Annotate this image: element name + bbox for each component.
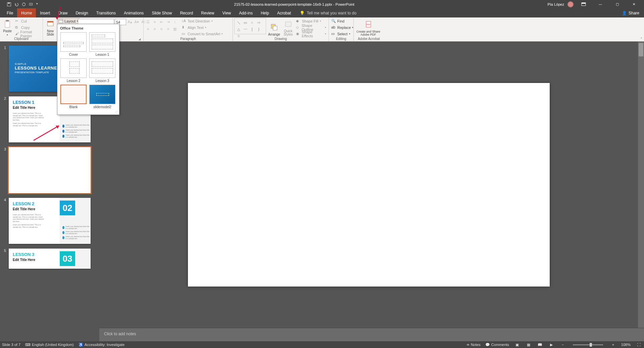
convert-smartart-button[interactable]: ▭Convert to SmartArt▾ — [181, 31, 224, 37]
align-right-icon[interactable]: ≡ — [158, 26, 164, 32]
find-button[interactable]: 🔍Find — [330, 18, 354, 24]
start-from-beginning-icon[interactable] — [29, 2, 34, 7]
zoom-out-icon[interactable]: − — [559, 342, 566, 347]
fit-to-window-icon[interactable]: ⛶ — [635, 342, 642, 347]
shape-rect-icon[interactable]: ▭ — [242, 19, 248, 26]
notes-pane[interactable]: Click to add notes — [99, 328, 644, 341]
select-button[interactable]: ▭Select▾ — [330, 31, 354, 37]
layout-option-blank[interactable]: Blank — [60, 85, 87, 109]
shape-arrow-icon[interactable]: ⇨ — [256, 19, 262, 26]
create-share-pdf-button[interactable]: PDF Create and Share Adobe PDF — [355, 18, 382, 37]
tab-acrobat[interactable]: Acrobat — [273, 8, 295, 17]
notes-toggle[interactable]: ≐Notes — [466, 343, 481, 347]
tab-animations[interactable]: Animations — [120, 8, 148, 17]
tab-insert[interactable]: Insert — [36, 8, 54, 17]
paste-button[interactable]: Paste ▾ — [1, 18, 13, 37]
svg-line-19 — [34, 126, 59, 140]
cut-button[interactable]: ✂Cut — [14, 18, 41, 24]
bullets-icon[interactable]: ☰ — [145, 19, 151, 25]
text-direction-icon: ↕A — [182, 19, 186, 24]
language-status[interactable]: ⌨English (United Kingdom) — [25, 343, 74, 347]
new-slide-button[interactable]: New Slide — [44, 18, 56, 37]
format-painter-button[interactable]: 🖌Format Painter — [14, 31, 41, 37]
document-title: 21575-02-lessons-learned-powerpoint-temp… — [41, 2, 547, 6]
tab-view[interactable]: View — [218, 8, 235, 17]
slideshow-view-icon[interactable]: ▶ — [548, 342, 555, 347]
tab-review[interactable]: Review — [197, 8, 218, 17]
numbering-icon[interactable]: ≡ — [152, 19, 158, 25]
vertical-scrollbar[interactable] — [638, 42, 644, 328]
qat-more-icon[interactable]: ▾ — [36, 2, 41, 7]
increase-font-icon[interactable]: A▴ — [127, 19, 133, 25]
shape-triangle-icon[interactable]: △ — [236, 26, 242, 32]
quick-styles-icon — [284, 19, 293, 29]
zoom-in-icon[interactable]: + — [610, 342, 616, 347]
tab-addins[interactable]: Add-ins — [235, 8, 257, 17]
collapse-ribbon-icon[interactable]: ⌃ — [640, 37, 643, 41]
undo-icon[interactable] — [14, 2, 19, 7]
maximize-button[interactable]: ▢ — [610, 0, 624, 8]
scrollbar-thumb[interactable] — [639, 43, 643, 56]
slide-thumb-3[interactable] — [9, 147, 91, 193]
shape-brace-icon[interactable]: { — [249, 26, 255, 32]
slide-thumb-4[interactable]: LESSON 2 Edit Title Here Insert your des… — [9, 198, 91, 244]
shape-effects-button[interactable]: ◉Shape Effects▾ — [295, 31, 327, 37]
share-button[interactable]: 👤 Share — [617, 8, 644, 17]
slide-thumb-5[interactable]: LESSON 3 Edit Title Here 03 — [9, 249, 91, 269]
quick-styles-button[interactable]: Quick Styles — [282, 18, 294, 37]
user-name[interactable]: Pía López — [547, 2, 564, 6]
tab-transitions[interactable]: Transitions — [92, 8, 120, 17]
slide-canvas-area[interactable] — [99, 42, 638, 328]
layout-option-slidemodel2[interactable]: slidemodel2 — [89, 85, 116, 109]
shape-brace2-icon[interactable]: } — [256, 26, 262, 32]
normal-view-icon[interactable]: ▣ — [514, 342, 521, 347]
tab-home[interactable]: Home — [17, 8, 36, 17]
reading-view-icon[interactable]: 📖 — [537, 342, 543, 347]
menu-bar: File Home Insert Draw Design Transitions… — [0, 8, 644, 17]
tell-me-search[interactable]: 💡 Tell me what you want to do — [295, 8, 356, 17]
justify-icon[interactable]: ≡ — [165, 26, 171, 32]
tab-record[interactable]: Record — [176, 8, 197, 17]
layout-option-lesson3[interactable]: Lesson 3 — [89, 58, 116, 83]
decrease-indent-icon[interactable]: ⇤ — [158, 19, 164, 25]
zoom-level[interactable]: 108% — [621, 343, 631, 347]
minimize-button[interactable]: — — [594, 0, 607, 8]
accessibility-status[interactable]: ♿Accessibility: Investigate — [79, 343, 125, 347]
layout-option-cover[interactable]: Cover — [60, 32, 87, 56]
layout-option-lesson2[interactable]: Lesson 2 — [60, 58, 87, 83]
replace-icon: ab — [331, 25, 336, 30]
tab-help[interactable]: Help — [257, 8, 273, 17]
align-center-icon[interactable]: ≡ — [152, 26, 158, 32]
tab-file[interactable]: File — [3, 8, 17, 17]
align-left-icon[interactable]: ≡ — [145, 26, 151, 32]
font-launcher-icon[interactable]: ◢ — [138, 38, 141, 41]
ribbon-display-icon[interactable] — [577, 0, 590, 8]
user-avatar[interactable] — [567, 1, 574, 7]
increase-indent-icon[interactable]: ⇥ — [165, 19, 171, 25]
arrange-button[interactable]: Arrange — [267, 18, 282, 37]
decrease-font-icon[interactable]: A▾ — [134, 19, 140, 25]
resize-grip-icon[interactable]: ⋰ — [57, 110, 119, 113]
redo-icon[interactable] — [21, 2, 26, 7]
save-icon[interactable] — [7, 2, 11, 7]
tab-slideshow[interactable]: Slide Show — [148, 8, 176, 17]
layout-option-lesson1[interactable]: Lesson 1 — [89, 32, 116, 56]
line-spacing-icon[interactable]: ↕ — [172, 19, 178, 25]
close-button[interactable]: ✕ — [627, 0, 641, 8]
zoom-slider[interactable] — [573, 344, 603, 345]
tab-design[interactable]: Design — [71, 8, 92, 17]
zoom-slider-thumb[interactable] — [590, 343, 592, 347]
shape-curve-icon[interactable]: 〰 — [242, 26, 248, 32]
shapes-gallery[interactable]: ＼ ▭ ○ ⇨ △ 〰 { } ☆ — [234, 18, 266, 34]
comments-toggle[interactable]: 💬Comments — [485, 343, 509, 347]
shape-line-icon[interactable]: ＼ — [236, 19, 242, 26]
slide-canvas[interactable] — [188, 83, 550, 287]
sorter-view-icon[interactable]: ▦ — [525, 342, 532, 347]
text-direction-button[interactable]: ↕AText Direction▾ — [181, 18, 224, 24]
slide-info[interactable]: Slide 3 of 7 — [2, 343, 20, 347]
shape-oval-icon[interactable]: ○ — [249, 19, 255, 26]
shape-fill-icon: ◆ — [296, 19, 301, 24]
align-text-button[interactable]: ⬍Align Text▾ — [181, 25, 224, 31]
replace-button[interactable]: abReplace▾ — [330, 25, 354, 31]
columns-icon[interactable]: ▥ — [172, 26, 178, 32]
